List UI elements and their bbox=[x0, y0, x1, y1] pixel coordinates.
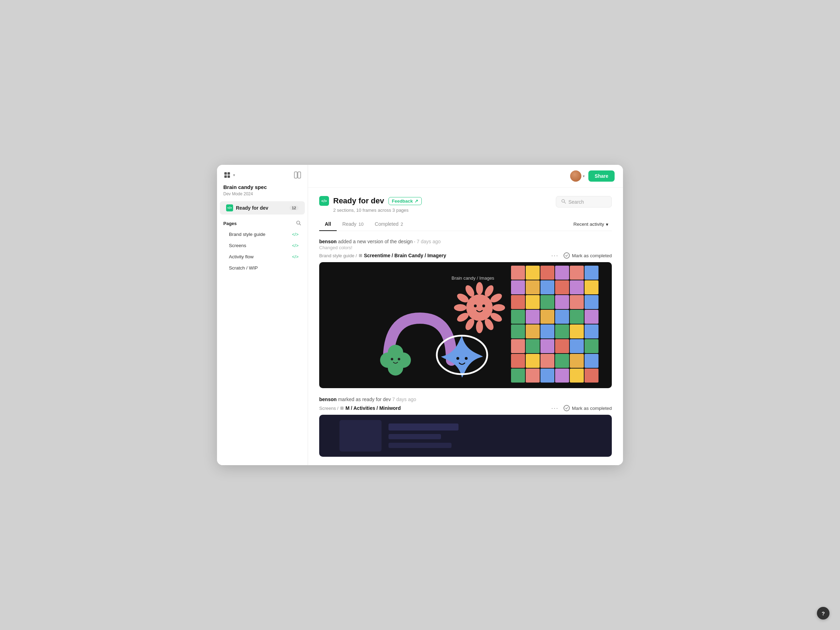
page-label: Scratch / WIP bbox=[229, 265, 258, 270]
activity-action-1: added a new version of the design · bbox=[338, 239, 417, 244]
svg-rect-72 bbox=[511, 354, 525, 368]
pages-label: Pages bbox=[223, 221, 237, 226]
tab-ready-count: 10 bbox=[358, 221, 363, 227]
mark-complete-label-2: Mark as completed bbox=[572, 406, 612, 411]
svg-rect-37 bbox=[526, 266, 540, 279]
activity-time-1: 7 days ago bbox=[417, 239, 441, 244]
svg-rect-63 bbox=[555, 324, 569, 338]
frame-icon-2: ⊞ bbox=[340, 406, 344, 411]
pages-search-icon[interactable] bbox=[296, 220, 302, 227]
search-icon bbox=[561, 199, 566, 205]
tab-completed[interactable]: Completed 2 bbox=[369, 218, 409, 231]
svg-point-26 bbox=[482, 305, 485, 307]
svg-rect-67 bbox=[526, 339, 540, 353]
svg-rect-41 bbox=[584, 266, 598, 279]
sidebar-page-screens[interactable]: Screens </> bbox=[220, 240, 305, 251]
svg-rect-56 bbox=[540, 310, 554, 324]
svg-rect-86 bbox=[388, 423, 458, 431]
sidebar-page-scratch-wip[interactable]: Scratch / WIP bbox=[220, 262, 305, 273]
share-button[interactable]: Share bbox=[588, 171, 614, 182]
svg-point-16 bbox=[493, 304, 505, 311]
search-placeholder: Search bbox=[568, 199, 584, 205]
svg-rect-60 bbox=[511, 324, 525, 338]
topbar: ▾ Share bbox=[308, 165, 623, 188]
activity-time-2: 7 days ago bbox=[392, 396, 417, 402]
page-subtitle: 2 sections, 10 frames across 3 pages bbox=[333, 208, 422, 213]
frame-preview-2 bbox=[319, 415, 612, 457]
help-button[interactable]: ? bbox=[817, 607, 829, 619]
more-options-button-2[interactable]: ··· bbox=[551, 405, 559, 411]
frame-path-2: Screens / ⊞ M / Activities / Miniword bbox=[319, 405, 401, 411]
svg-rect-61 bbox=[526, 324, 540, 338]
sort-button[interactable]: Recent activity ▾ bbox=[570, 219, 612, 229]
main-body: </> Ready for dev Feedback ↗ 2 sections,… bbox=[308, 188, 623, 465]
svg-rect-66 bbox=[511, 339, 525, 353]
svg-rect-58 bbox=[570, 310, 584, 324]
frame-path-prefix-2: Screens / bbox=[319, 406, 338, 411]
frame-icon-1: ⊞ bbox=[359, 253, 362, 258]
svg-rect-75 bbox=[555, 354, 569, 368]
svg-rect-5 bbox=[298, 172, 301, 178]
app-window: ▾ Brain candy spec Dev Mode 2024 </> Rea… bbox=[217, 165, 623, 465]
page-title-row: </> Ready for dev Feedback ↗ bbox=[319, 196, 422, 206]
activity-meta-1: benson added a new version of the design… bbox=[319, 239, 612, 244]
svg-rect-85 bbox=[339, 420, 382, 452]
layout-toggle-icon[interactable] bbox=[294, 171, 302, 179]
user-avatar-group[interactable]: ▾ bbox=[570, 171, 585, 182]
svg-point-22 bbox=[454, 304, 467, 311]
svg-rect-38 bbox=[540, 266, 554, 279]
svg-point-33 bbox=[456, 357, 459, 360]
svg-rect-59 bbox=[584, 310, 598, 324]
svg-point-25 bbox=[474, 305, 477, 307]
sidebar-page-activity-flow[interactable]: Activity flow </> bbox=[220, 251, 305, 262]
tab-all-label: All bbox=[325, 221, 331, 227]
dev-code-icon: </> bbox=[226, 204, 233, 212]
mark-complete-button-2[interactable]: Mark as completed bbox=[564, 405, 612, 411]
frame-preview-1: Brain candy / Images bbox=[319, 262, 612, 388]
search-box[interactable]: Search bbox=[556, 196, 612, 208]
svg-rect-48 bbox=[511, 295, 525, 309]
tab-all[interactable]: All bbox=[319, 218, 337, 231]
frame-actions-2: ··· Mark as completed bbox=[551, 405, 612, 411]
sidebar-item-ready-for-dev[interactable]: </> Ready for dev 12 bbox=[220, 201, 305, 215]
activity-action-2: marked as ready for dev bbox=[338, 396, 392, 402]
svg-rect-0 bbox=[224, 172, 227, 175]
check-circle-icon-1 bbox=[564, 253, 570, 259]
tabs-left: All Ready 10 Completed 2 bbox=[319, 218, 409, 231]
svg-rect-43 bbox=[526, 280, 540, 294]
svg-rect-51 bbox=[555, 295, 569, 309]
svg-rect-47 bbox=[584, 280, 598, 294]
svg-rect-39 bbox=[555, 266, 569, 279]
svg-rect-71 bbox=[584, 339, 598, 353]
sidebar-page-brand-style-guide[interactable]: Brand style guide </> bbox=[220, 229, 305, 240]
svg-rect-55 bbox=[526, 310, 540, 324]
mark-complete-button-1[interactable]: Mark as completed bbox=[564, 253, 612, 259]
svg-rect-2 bbox=[224, 175, 227, 178]
tab-ready[interactable]: Ready 10 bbox=[337, 218, 369, 231]
sidebar-header: ▾ bbox=[217, 165, 308, 182]
project-subtitle: Dev Mode 2024 bbox=[223, 191, 302, 196]
logo-chevron-icon: ▾ bbox=[233, 173, 235, 177]
svg-rect-88 bbox=[388, 443, 452, 448]
help-icon: ? bbox=[821, 610, 824, 616]
nav-item-left: </> Ready for dev bbox=[226, 204, 268, 212]
svg-rect-54 bbox=[511, 310, 525, 324]
svg-line-7 bbox=[300, 224, 301, 225]
avatar-face bbox=[570, 171, 581, 182]
feedback-button[interactable]: Feedback ↗ bbox=[388, 197, 422, 205]
svg-rect-83 bbox=[584, 369, 598, 382]
more-options-button-1[interactable]: ··· bbox=[551, 253, 559, 259]
grid-icon bbox=[223, 171, 231, 179]
page-dev-icon: </> bbox=[292, 254, 298, 259]
svg-rect-46 bbox=[570, 280, 584, 294]
svg-rect-78 bbox=[511, 369, 525, 382]
svg-rect-69 bbox=[555, 339, 569, 353]
sidebar-logo[interactable]: ▾ bbox=[223, 171, 235, 179]
frame-path-prefix-1: Brand style guide / bbox=[319, 253, 357, 258]
svg-point-12 bbox=[466, 294, 493, 321]
svg-rect-52 bbox=[570, 295, 584, 309]
activity-user-2: benson bbox=[319, 396, 337, 402]
tab-completed-count: 2 bbox=[401, 221, 403, 227]
tab-completed-label: Completed bbox=[375, 221, 399, 227]
svg-rect-74 bbox=[540, 354, 554, 368]
